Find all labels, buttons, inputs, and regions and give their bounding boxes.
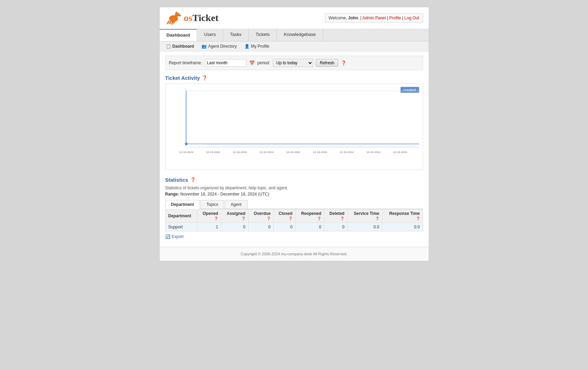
td-deleted: 0 [324,223,347,231]
svg-text:12-16-2024: 12-16-2024 [339,151,354,154]
td-department-name: Support [165,223,197,231]
header: osTicket Welcome, John. | Admin Panel | … [160,7,429,29]
nav-tab-dashboard[interactable]: Dashboard [160,29,197,41]
range-value: November 16, 2024 - December 16, 2024 (U… [180,192,269,197]
th-overdue: Overdue ❓ [248,209,273,223]
header-user-info: Welcome, John. | Admin Panel | Profile |… [325,13,423,22]
profile-icon: 👤 [244,44,250,49]
svg-point-11 [185,142,187,145]
th-response-time: Response Time ❓ [382,209,423,223]
logo-kangaroo-icon [165,11,182,25]
footer: Copyright © 2006-2024 my-company-desk Al… [160,247,429,261]
subnav-my-profile-label: My Profile [251,44,269,49]
statistics-tabs: Department Topics Agent [165,200,423,209]
th-closed: Closed ❓ [273,209,295,223]
logo: osTicket [165,11,219,25]
statistics-description: Statistics of tickets organized by depar… [165,186,423,190]
ticket-activity-help-icon[interactable]: ❓ [202,75,207,80]
dashboard-icon: 📋 [166,44,171,49]
nav-tab-knowledgebase[interactable]: Knowledgebase [277,29,323,41]
period-label: period: [258,60,270,65]
svg-text:12-16-2024: 12-16-2024 [366,151,380,154]
statistics-table: Department Opened ❓ Assigned ❓ Overdue [165,209,423,231]
th-opened-help[interactable]: ❓ [214,217,218,220]
th-deleted: Deleted ❓ [324,209,347,223]
calendar-icon[interactable]: 📅 [249,60,255,66]
th-reopened: Reopened ❓ [296,209,324,223]
td-reopened: 0 [296,223,324,231]
nav-tab-tasks[interactable]: Tasks [223,29,249,41]
chart-area: 1 [166,84,423,170]
th-service-help[interactable]: ❓ [375,217,379,220]
profile-link[interactable]: Profile [389,16,401,20]
subnav-item-my-profile[interactable]: 👤 My Profile [242,43,272,50]
logout-link[interactable]: Log Out [404,16,419,20]
help-icon[interactable]: ❓ [341,60,346,66]
svg-text:12-16-2024: 12-16-2024 [259,151,273,154]
svg-text:12-16-2024: 12-16-2024 [393,151,407,154]
statistics-title: Statistics ❓ [165,177,423,183]
welcome-text: Welcome, [329,16,348,20]
td-opened: 1 [197,223,221,231]
main-nav: Dashboard Users Tasks Tickets Knowledgeb… [160,29,429,41]
chart-container: created 1 [165,84,423,170]
stats-tab-topics[interactable]: Topics [200,200,224,209]
main-content: Report timeframe: 📅 period: Up to todayU… [160,51,429,247]
date-input[interactable] [205,59,246,67]
table-row: Support 1 0 0 0 0 0 0.0 0.0 [165,223,423,231]
subnav-agent-directory-label: Agent Directory [208,44,237,49]
svg-text:12-16-2024: 12-16-2024 [313,151,327,154]
td-overdue: 0 [248,223,273,231]
subnav-dashboard-label: Dashboard [172,44,194,49]
td-assigned: 0 [221,223,248,231]
svg-point-3 [175,12,177,15]
sub-nav: 📋 Dashboard 👥 Agent Directory 👤 My Profi… [160,41,429,51]
ticket-activity-title: Ticket Activity ❓ [165,75,423,81]
td-service-time: 0.0 [347,223,382,231]
report-bar: Report timeframe: 📅 period: Up to todayU… [165,56,423,70]
copyright-text: Copyright © 2006-2024 my-company-desk Al… [241,252,347,256]
svg-marker-10 [186,91,419,147]
td-response-time: 0.0 [382,223,423,231]
nav-tab-users[interactable]: Users [197,29,223,41]
export-label: Export [172,234,184,239]
agents-icon: 👥 [202,44,207,49]
statistics-help-icon[interactable]: ❓ [190,177,196,182]
th-reopened-help[interactable]: ❓ [317,217,321,220]
svg-point-2 [178,15,181,17]
stats-tab-agent[interactable]: Agent [225,200,247,209]
export-icon: 🔄 [165,234,170,239]
stats-tab-department[interactable]: Department [165,200,200,209]
svg-text:12-16-2024: 12-16-2024 [206,151,220,154]
statistics-range: Range: November 16, 2024 - December 16, … [165,192,423,197]
subnav-item-agent-directory[interactable]: 👥 Agent Directory [199,43,240,50]
username: John [348,16,358,20]
svg-point-5 [178,14,178,15]
refresh-button[interactable]: Refresh [316,59,338,67]
table-header-row: Department Opened ❓ Assigned ❓ Overdue [165,209,423,223]
svg-text:12-16-2024: 12-16-2024 [286,151,300,154]
period-select[interactable]: Up to todayUp to yesterdayCustom [273,59,313,67]
th-assigned: Assigned ❓ [221,209,248,223]
th-department: Department [165,209,197,223]
th-assigned-help[interactable]: ❓ [241,217,245,220]
svg-text:12-16-2024: 12-16-2024 [179,151,194,154]
svg-text:12-16-2024: 12-16-2024 [233,151,247,154]
subnav-item-dashboard[interactable]: 📋 Dashboard [163,43,197,50]
logo-text: osTicket [184,13,219,23]
nav-tab-tickets[interactable]: Tickets [249,29,277,41]
th-closed-help[interactable]: ❓ [288,217,292,220]
td-closed: 0 [273,223,295,231]
th-overdue-help[interactable]: ❓ [267,217,271,220]
th-response-help[interactable]: ❓ [416,217,420,220]
admin-panel-link[interactable]: Admin Panel [362,16,386,20]
chart-svg: 1 [179,87,419,159]
th-opened: Opened ❓ [197,209,221,223]
th-deleted-help[interactable]: ❓ [340,217,344,220]
th-service-time: Service Time ❓ [347,209,382,223]
range-label: Range: [165,192,179,197]
export-link[interactable]: 🔄 Export [165,234,184,239]
report-timeframe-label: Report timeframe: [169,60,202,65]
statistics-section: Statistics ❓ Statistics of tickets organ… [165,177,423,239]
